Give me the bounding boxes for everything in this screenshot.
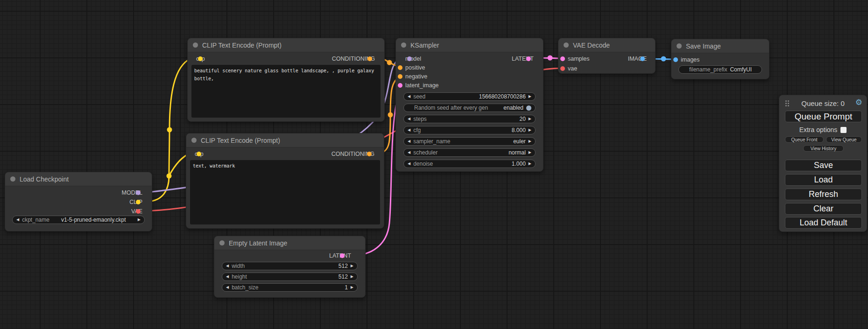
widget-label: scheduler xyxy=(413,149,438,156)
input-label-positive: positive xyxy=(405,64,425,71)
collapse-dot-icon[interactable] xyxy=(219,240,225,245)
increment-arrow-icon[interactable]: ▶ xyxy=(529,162,531,166)
node-vae-decode[interactable]: VAE Decode samples IMAGE vae xyxy=(558,38,656,74)
random-seed-toggle-widget[interactable]: Random seed after every gen enabled xyxy=(403,104,536,112)
node-ksampler[interactable]: KSampler model LATENT positive negative … xyxy=(395,38,543,172)
width-widget[interactable]: ◀ width 512 ▶ xyxy=(222,262,358,270)
collapse-dot-icon[interactable] xyxy=(193,42,198,48)
load-default-button[interactable]: Load Default xyxy=(785,217,862,229)
output-dot-vae[interactable] xyxy=(136,209,141,214)
node-title-bar[interactable]: Empty Latent Image xyxy=(214,236,365,250)
extra-options-checkbox[interactable] xyxy=(840,127,847,133)
node-title: Empty Latent Image xyxy=(229,239,287,247)
drag-handle-icon[interactable] xyxy=(785,100,787,102)
decrement-arrow-icon[interactable]: ◀ xyxy=(226,275,229,279)
save-button[interactable]: Save xyxy=(785,160,862,171)
decrement-arrow-icon[interactable]: ◀ xyxy=(226,286,229,289)
input-label-samples: samples xyxy=(568,56,590,62)
view-queue-button[interactable]: View Queue xyxy=(826,136,862,143)
queue-panel: Queue size: 0 ⚙ Queue Prompt Extra optio… xyxy=(779,95,867,232)
increment-arrow-icon[interactable]: ▶ xyxy=(529,117,531,121)
steps-widget[interactable]: ◀ steps 20 ▶ xyxy=(403,115,536,123)
input-dot-vae[interactable] xyxy=(560,66,565,71)
output-dot-clip[interactable] xyxy=(136,200,141,204)
input-dot-negative[interactable] xyxy=(398,74,402,79)
increment-arrow-icon[interactable]: ▶ xyxy=(529,140,531,143)
widget-value: 156680208700286 xyxy=(428,93,526,100)
decrement-arrow-icon[interactable]: ◀ xyxy=(408,95,410,98)
prompt-text-area[interactable]: text, watermark xyxy=(190,160,380,224)
decrement-arrow-icon[interactable]: ◀ xyxy=(226,264,229,268)
node-title-bar[interactable]: VAE Decode xyxy=(558,38,655,52)
denoise-widget[interactable]: ◀ denoise 1.000 ▶ xyxy=(403,160,536,168)
prompt-text-area[interactable]: beautiful scenery nature glass bottle la… xyxy=(191,65,381,118)
input-dot-latent-image[interactable] xyxy=(398,83,402,88)
input-dot-samples[interactable] xyxy=(560,56,565,61)
node-clip-text-encode-positive[interactable]: CLIP Text Encode (Prompt) clip CONDITION… xyxy=(187,38,385,122)
output-dot-conditioning[interactable] xyxy=(367,152,372,156)
input-dot-model[interactable] xyxy=(407,56,412,61)
collapse-dot-icon[interactable] xyxy=(191,138,197,143)
increment-arrow-icon[interactable]: ▶ xyxy=(138,218,141,222)
load-button[interactable]: Load xyxy=(785,174,862,186)
widget-label: height xyxy=(232,273,247,280)
clear-button[interactable]: Clear xyxy=(785,203,862,215)
batch-size-widget[interactable]: ◀ batch_size 1 ▶ xyxy=(222,283,358,292)
output-dot-model[interactable] xyxy=(136,190,141,195)
height-widget[interactable]: ◀ height 512 ▶ xyxy=(222,273,358,281)
increment-arrow-icon[interactable]: ▶ xyxy=(351,286,353,289)
queue-front-button[interactable]: Queue Front xyxy=(785,136,824,143)
widget-value: 1.000 xyxy=(436,161,526,167)
increment-arrow-icon[interactable]: ▶ xyxy=(529,128,531,132)
node-title-bar[interactable]: Load Checkpoint xyxy=(5,172,152,186)
increment-arrow-icon[interactable]: ▶ xyxy=(351,264,353,268)
output-dot-latent[interactable] xyxy=(526,56,531,61)
node-title-bar[interactable]: KSampler xyxy=(396,38,543,52)
seed-widget[interactable]: ◀ seed 156680208700286 ▶ xyxy=(403,92,536,101)
decrement-arrow-icon[interactable]: ◀ xyxy=(408,162,410,166)
queue-prompt-button[interactable]: Queue Prompt xyxy=(785,111,862,122)
comfyui-canvas[interactable]: { "colors": { "clip": "#ffd426", "model"… xyxy=(0,0,868,329)
collapse-dot-icon[interactable] xyxy=(564,42,569,48)
output-dot-image[interactable] xyxy=(640,56,645,61)
input-dot-clip[interactable] xyxy=(198,56,203,61)
ckpt-name-widget[interactable]: ◀ ckpt_name v1-5-pruned-emaonly.ckpt ▶ xyxy=(12,216,145,224)
decrement-arrow-icon[interactable]: ◀ xyxy=(16,218,19,222)
increment-arrow-icon[interactable]: ▶ xyxy=(529,95,531,98)
decrement-arrow-icon[interactable]: ◀ xyxy=(408,140,410,143)
view-history-button[interactable]: View History xyxy=(803,145,844,152)
widget-value: 512 xyxy=(247,263,348,269)
queue-size-label: Queue size: 0 xyxy=(779,99,867,107)
refresh-button[interactable]: Refresh xyxy=(785,189,862,200)
sampler-name-widget[interactable]: ◀ sampler_name euler ▶ xyxy=(403,137,536,146)
node-title-bar[interactable]: Save Image xyxy=(671,39,769,53)
node-load-checkpoint[interactable]: Load Checkpoint MODEL CLIP VAE ◀ ckpt_na… xyxy=(5,172,152,231)
node-title-bar[interactable]: CLIP Text Encode (Prompt) xyxy=(188,38,384,52)
node-title: KSampler xyxy=(410,42,439,49)
increment-arrow-icon[interactable]: ▶ xyxy=(529,151,531,154)
toggle-dot-icon[interactable] xyxy=(526,105,531,111)
input-dot-images[interactable] xyxy=(673,57,678,62)
cfg-widget[interactable]: ◀ cfg 8.000 ▶ xyxy=(403,126,536,134)
collapse-dot-icon[interactable] xyxy=(401,42,406,48)
widget-label: width xyxy=(232,263,245,269)
output-dot-conditioning[interactable] xyxy=(367,56,372,61)
collapse-dot-icon[interactable] xyxy=(10,176,15,182)
filename-prefix-widget[interactable]: filename_prefix ComfyUI xyxy=(678,65,762,74)
node-title: CLIP Text Encode (Prompt) xyxy=(202,42,282,49)
decrement-arrow-icon[interactable]: ◀ xyxy=(408,151,410,154)
scheduler-widget[interactable]: ◀ scheduler normal ▶ xyxy=(403,148,536,157)
node-clip-text-encode-negative[interactable]: CLIP Text Encode (Prompt) clip CONDITION… xyxy=(186,133,384,229)
collapse-dot-icon[interactable] xyxy=(677,43,682,49)
decrement-arrow-icon[interactable]: ◀ xyxy=(408,128,410,132)
widget-value: 8.000 xyxy=(423,127,526,133)
gear-icon[interactable]: ⚙ xyxy=(855,98,862,107)
increment-arrow-icon[interactable]: ▶ xyxy=(351,275,353,279)
decrement-arrow-icon[interactable]: ◀ xyxy=(408,117,410,121)
input-dot-positive[interactable] xyxy=(398,65,402,70)
output-dot-latent[interactable] xyxy=(340,253,345,258)
node-save-image[interactable]: Save Image images filename_prefix ComfyU… xyxy=(671,39,769,79)
input-dot-clip[interactable] xyxy=(197,152,201,156)
node-title-bar[interactable]: CLIP Text Encode (Prompt) xyxy=(186,133,384,147)
node-empty-latent-image[interactable]: Empty Latent Image LATENT ◀ width 512 ▶ … xyxy=(214,236,366,298)
